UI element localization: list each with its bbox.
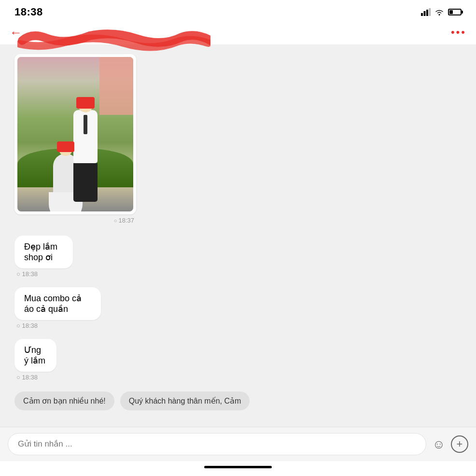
bubble-text-1: Đẹp lắm shop ơi — [14, 236, 73, 268]
guy-shirt — [73, 110, 98, 163]
guy-pants — [73, 163, 98, 202]
status-time: 18:38 — [14, 6, 43, 18]
message-3-time: ○ 18:38 — [16, 374, 74, 381]
emoji-button[interactable]: ☺ — [432, 437, 445, 452]
message-1-group: Đẹp lắm shop ơi ○ 18:38 — [14, 236, 98, 278]
back-button[interactable]: ← — [10, 26, 22, 39]
image-bubble: 18:37 — [14, 54, 136, 224]
home-bar — [204, 466, 272, 468]
image-message: 18:37 — [14, 54, 462, 224]
add-button[interactable]: + — [451, 435, 468, 453]
quick-reply-2[interactable]: Quý khách hàng thân mến, Cảm — [120, 392, 250, 410]
girl-face-redact — [57, 141, 74, 152]
svg-rect-2 — [426, 10, 428, 16]
photo-content[interactable] — [17, 57, 133, 211]
guy-head — [78, 98, 93, 112]
message-2: Mua combo cả áo cả quần ○ 18:38 — [14, 287, 462, 329]
guy-figure — [73, 98, 98, 202]
wifi-icon — [434, 8, 444, 16]
svg-rect-0 — [421, 13, 423, 16]
svg-point-4 — [439, 14, 440, 15]
message-3: Ưng ý lắm ○ 18:38 — [14, 339, 462, 381]
message-1: Đẹp lắm shop ơi ○ 18:38 — [14, 236, 462, 278]
message-1-time: ○ 18:38 — [16, 270, 98, 278]
more-button[interactable]: ••• — [451, 26, 466, 39]
bubble-text-2: Mua combo cả áo cả quần — [14, 287, 101, 320]
message-2-time: ○ 18:38 — [16, 322, 138, 329]
svg-rect-3 — [429, 8, 431, 16]
photo-background — [17, 57, 133, 211]
couple-figures — [53, 98, 98, 202]
building — [99, 57, 133, 115]
image-timestamp: 18:37 — [14, 217, 136, 224]
quick-replies-area: Cảm ơn bạn nhiều nhé! Quý khách hàng thâ… — [14, 392, 462, 410]
guy-face-redact — [76, 97, 95, 109]
chat-area: 18:37 Đẹp lắm shop ơi ○ 18:38 Mua combo … — [0, 44, 476, 427]
message-2-group: Mua combo cả áo cả quần ○ 18:38 — [14, 287, 138, 329]
signal-icon — [421, 8, 431, 16]
redaction-scribble — [17, 28, 210, 53]
battery-icon — [448, 9, 462, 15]
guy-tie — [84, 115, 87, 134]
status-icons — [421, 8, 462, 16]
nav-bar: ← ••• — [0, 22, 476, 44]
girl-head — [59, 142, 72, 156]
home-indicator — [0, 461, 476, 476]
bubble-text-3: Ưng ý lắm — [14, 339, 56, 372]
status-bar: 18:38 — [0, 0, 476, 22]
message-input[interactable] — [8, 433, 426, 455]
svg-rect-1 — [424, 11, 426, 16]
quick-reply-1[interactable]: Cảm ơn bạn nhiều nhé! — [14, 392, 114, 410]
message-3-group: Ưng ý lắm ○ 18:38 — [14, 339, 74, 381]
image-wrapper — [14, 54, 136, 214]
phone-wrapper: 18:38 ← — [0, 0, 476, 476]
battery-fill — [449, 10, 453, 14]
input-area: ☺ + — [0, 427, 476, 461]
